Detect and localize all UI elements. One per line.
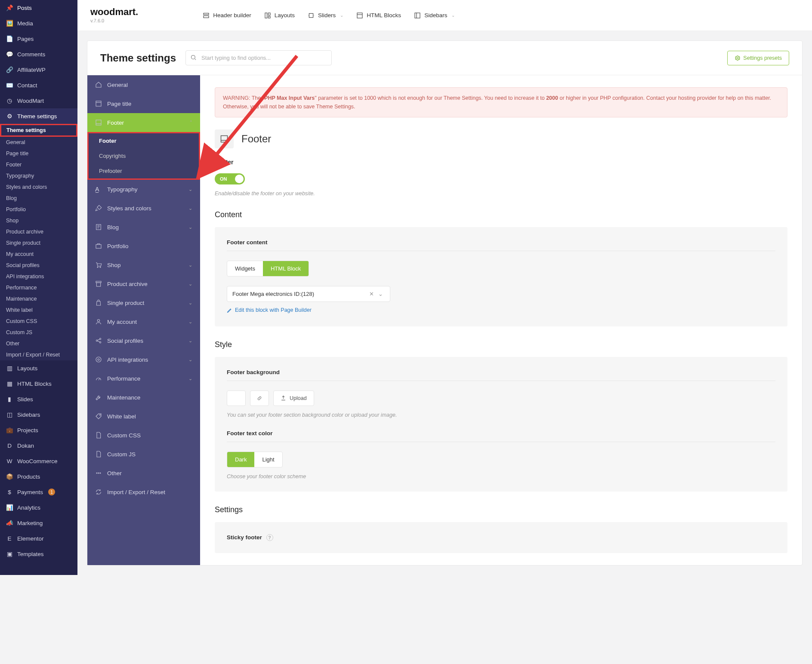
html-block-select[interactable]: Footer Mega electronics ID:(128) ✕ ⌄ xyxy=(227,286,390,302)
subnav-copyrights[interactable]: Copyrights xyxy=(89,148,199,163)
submenu-performance[interactable]: Performance xyxy=(0,282,77,293)
submenu-footer[interactable]: Footer xyxy=(0,159,77,170)
submenu-custom-css[interactable]: Custom CSS xyxy=(0,316,77,327)
submenu-white-label[interactable]: White label xyxy=(0,304,77,316)
subnav-footer[interactable]: Footer xyxy=(89,133,199,148)
menu-pages[interactable]: 📄Pages xyxy=(0,31,77,46)
submenu-social-profiles[interactable]: Social profiles xyxy=(0,260,77,271)
menu-affiliatewp[interactable]: 🔗AffiliateWP xyxy=(0,62,77,77)
content-section-heading: Content xyxy=(215,210,787,219)
elementor-icon: E xyxy=(6,535,13,542)
submenu-portfolio[interactable]: Portfolio xyxy=(0,204,77,215)
footer-toggle[interactable]: ON xyxy=(215,173,245,184)
nav-white-label[interactable]: White label xyxy=(87,407,200,426)
submenu-page-title[interactable]: Page title xyxy=(0,148,77,159)
content-title: Footer xyxy=(241,133,271,145)
bg-upload-button[interactable]: Upload xyxy=(273,390,314,406)
menu-sidebars[interactable]: ◫Sidebars xyxy=(0,407,77,422)
nav-maintenance[interactable]: Maintenance xyxy=(87,388,200,407)
menu-layouts[interactable]: ▥Layouts xyxy=(0,360,77,376)
bg-color-swatch[interactable] xyxy=(227,390,246,406)
submenu-typography[interactable]: Typography xyxy=(0,170,77,181)
menu-elementor[interactable]: EElementor xyxy=(0,531,77,546)
nav-single-product[interactable]: Single product⌄ xyxy=(87,293,200,312)
chevron-down-icon[interactable]: ⌄ xyxy=(377,291,385,297)
nav-api-integrations[interactable]: API integrations⌄ xyxy=(87,350,200,369)
menu-media[interactable]: 🖼️Media xyxy=(0,15,77,31)
nav-styles-colors[interactable]: Styles and colors⌄ xyxy=(87,199,200,218)
nav-portfolio[interactable]: Portfolio xyxy=(87,237,200,255)
menu-contact[interactable]: ✉️Contact xyxy=(0,77,77,93)
svg-point-26 xyxy=(98,473,99,473)
topnav-html-blocks[interactable]: HTML Blocks xyxy=(356,12,401,19)
submenu-maintenance[interactable]: Maintenance xyxy=(0,293,77,304)
submenu-import-export[interactable]: Import / Export / Reset xyxy=(0,349,77,360)
nav-general[interactable]: General xyxy=(87,75,200,94)
media-icon: 🖼️ xyxy=(6,20,13,27)
svg-rect-3 xyxy=(268,13,270,15)
nav-page-title[interactable]: Page title xyxy=(87,94,200,113)
menu-theme-settings[interactable]: ⚙Theme settings xyxy=(0,108,77,124)
submenu-custom-js[interactable]: Custom JS xyxy=(0,327,77,338)
search-input[interactable] xyxy=(185,50,332,65)
submenu-product-archive[interactable]: Product archive xyxy=(0,226,77,237)
menu-projects[interactable]: 💼Projects xyxy=(0,422,77,438)
topnav-layouts[interactable]: Layouts xyxy=(264,12,295,19)
nav-my-account[interactable]: My account⌄ xyxy=(87,312,200,331)
menu-posts[interactable]: 📌Posts xyxy=(0,0,77,15)
tab-light[interactable]: Light xyxy=(254,452,282,467)
nav-other[interactable]: Other xyxy=(87,464,200,483)
svg-rect-10 xyxy=(96,101,101,106)
topnav-sliders[interactable]: Sliders⌄ xyxy=(308,12,343,19)
html-blocks-icon xyxy=(356,12,363,19)
page-title-icon xyxy=(95,100,102,107)
clear-icon[interactable]: ✕ xyxy=(367,291,377,297)
nav-custom-css[interactable]: Custom CSS xyxy=(87,426,200,445)
tab-dark[interactable]: Dark xyxy=(227,452,254,467)
submenu-blog[interactable]: Blog xyxy=(0,193,77,204)
dots-icon xyxy=(95,470,102,476)
menu-woocommerce[interactable]: WWooCommerce xyxy=(0,453,77,469)
edit-block-link[interactable]: Edit this block with Page Builder xyxy=(227,307,312,313)
nav-typography[interactable]: A̲Typography⌄ xyxy=(87,180,200,199)
nav-product-archive[interactable]: Product archive⌄ xyxy=(87,274,200,293)
nav-custom-js[interactable]: Custom JS xyxy=(87,445,200,464)
topnav-sidebars[interactable]: Sidebars⌄ xyxy=(414,12,455,19)
nav-social-profiles[interactable]: Social profiles⌄ xyxy=(87,331,200,350)
menu-marketing[interactable]: 📣Marketing xyxy=(0,515,77,531)
menu-payments[interactable]: $Payments1 xyxy=(0,484,77,500)
nav-footer[interactable]: Footer˄ xyxy=(87,113,200,132)
submenu-shop[interactable]: Shop xyxy=(0,215,77,226)
nav-performance[interactable]: Performance⌄ xyxy=(87,369,200,388)
submenu-single-product[interactable]: Single product xyxy=(0,237,77,249)
menu-analytics[interactable]: 📊Analytics xyxy=(0,500,77,515)
nav-import-export[interactable]: Import / Export / Reset xyxy=(87,483,200,501)
chevron-up-icon: ˄ xyxy=(190,120,192,126)
help-icon[interactable]: ? xyxy=(266,534,273,541)
submenu-other[interactable]: Other xyxy=(0,338,77,349)
svg-rect-28 xyxy=(221,136,228,142)
subnav-prefooter[interactable]: Prefooter xyxy=(89,163,199,178)
menu-html-blocks[interactable]: ▦HTML Blocks xyxy=(0,376,77,391)
bg-link-button[interactable] xyxy=(250,390,269,406)
sticky-footer-label: Sticky footer ? xyxy=(227,534,775,541)
menu-templates[interactable]: ▣Templates xyxy=(0,546,77,562)
menu-dokan[interactable]: DDokan xyxy=(0,438,77,453)
nav-shop[interactable]: Shop⌄ xyxy=(87,255,200,274)
submenu-styles-colors[interactable]: Styles and colors xyxy=(0,181,77,193)
settings-presets-button[interactable]: Settings presets xyxy=(727,51,789,65)
topnav-header-builder[interactable]: Header builder xyxy=(203,12,251,19)
svg-point-8 xyxy=(191,55,195,59)
tab-widgets[interactable]: Widgets xyxy=(227,261,263,276)
submenu-general[interactable]: General xyxy=(0,137,77,148)
text-color-label: Footer text color xyxy=(227,430,775,442)
submenu-api-integrations[interactable]: API integrations xyxy=(0,271,77,282)
tab-html-block[interactable]: HTML Block xyxy=(263,261,309,276)
menu-woodmart[interactable]: ◷WoodMart xyxy=(0,93,77,108)
submenu-my-account[interactable]: My account xyxy=(0,249,77,260)
menu-comments[interactable]: 💬Comments xyxy=(0,46,77,62)
nav-blog[interactable]: Blog⌄ xyxy=(87,218,200,237)
submenu-theme-settings-link[interactable]: Theme settings xyxy=(0,124,77,137)
menu-slides[interactable]: ▮Slides xyxy=(0,391,77,407)
menu-products[interactable]: 📦Products xyxy=(0,469,77,484)
